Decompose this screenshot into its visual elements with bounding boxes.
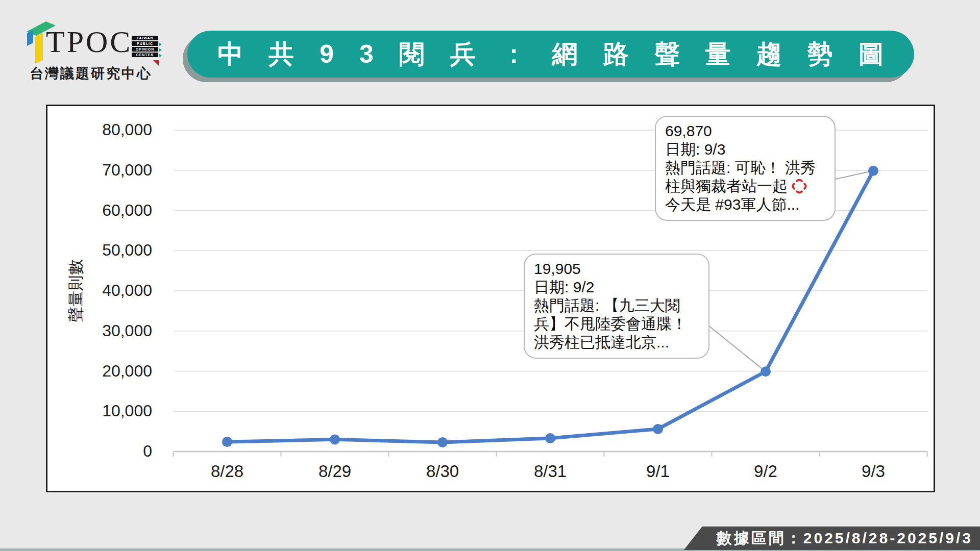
svg-text:50,000: 50,000 [102, 241, 152, 259]
svg-text:80,000: 80,000 [102, 120, 152, 139]
callout-value: 19,905 [534, 260, 700, 278]
tpoc-logo: TPOC TAIWAN PUBLIC OPINION CENTER 台灣議題研究… [24, 9, 193, 86]
callout-date: 日期: 9/3 [665, 140, 826, 159]
callout-9-3: 69,870 日期: 9/3 熱門話題: 可恥！ 洪秀柱與獨裁者站一起 今天是 … [655, 116, 836, 221]
title-banner: 中共93閱兵：網路聲量趨勢圖 [187, 31, 914, 78]
svg-text:9/3: 9/3 [862, 462, 885, 481]
svg-text:8/29: 8/29 [318, 462, 351, 481]
callout-topic: 熱門話題: 【九三大閱兵】不甩陸委會通牒！ 洪秀柱已抵達北京... [534, 296, 700, 352]
svg-text:10,000: 10,000 [102, 402, 152, 420]
svg-text:8/31: 8/31 [534, 462, 567, 481]
svg-text:30,000: 30,000 [102, 321, 152, 340]
svg-text:20,000: 20,000 [102, 362, 152, 380]
slide: { "header": { "logo": { "acronym": "TPOC… [0, 0, 980, 551]
logo-red-triangle [153, 60, 159, 66]
anger-emoji-icon [792, 179, 807, 194]
callout-topic: 熱門話題: 可恥！ 洪秀柱與獨裁者站一起 今天是 #93軍人節... [665, 159, 826, 214]
svg-text:0: 0 [143, 442, 152, 460]
callout-date: 日期: 9/2 [534, 278, 700, 296]
logo-org-line: TAIWAN [132, 36, 158, 40]
svg-text:聲量則數: 聲量則數 [67, 259, 85, 322]
svg-text:9/1: 9/1 [646, 462, 670, 481]
svg-text:8/28: 8/28 [211, 462, 243, 481]
logo-org-name-en: TAIWAN PUBLIC OPINION CENTER [132, 36, 158, 58]
callout-value: 69,870 [665, 122, 826, 140]
data-range-label: 數據區間：2025/8/28-2025/9/3 [717, 528, 973, 549]
logo-org-line: PUBLIC [132, 41, 158, 46]
data-range-bar: 數據區間：2025/8/28-2025/9/3 [684, 527, 980, 550]
svg-text:60,000: 60,000 [102, 201, 152, 219]
page-title: 中共93閱兵：網路聲量趨勢圖 [217, 37, 910, 71]
callout-9-2: 19,905 日期: 9/2 熱門話題: 【九三大閱兵】不甩陸委會通牒！ 洪秀柱… [524, 254, 709, 359]
svg-text:70,000: 70,000 [102, 161, 152, 179]
logo-org-line: CENTER [132, 53, 158, 57]
logo-org-name-zh: 台灣議題研究中心 [30, 64, 152, 83]
svg-text:40,000: 40,000 [102, 281, 152, 299]
logo-org-line: OPINION [132, 47, 158, 52]
logo-acronym: TPOC [46, 24, 132, 60]
svg-text:9/2: 9/2 [754, 462, 777, 481]
svg-text:8/30: 8/30 [426, 462, 459, 481]
